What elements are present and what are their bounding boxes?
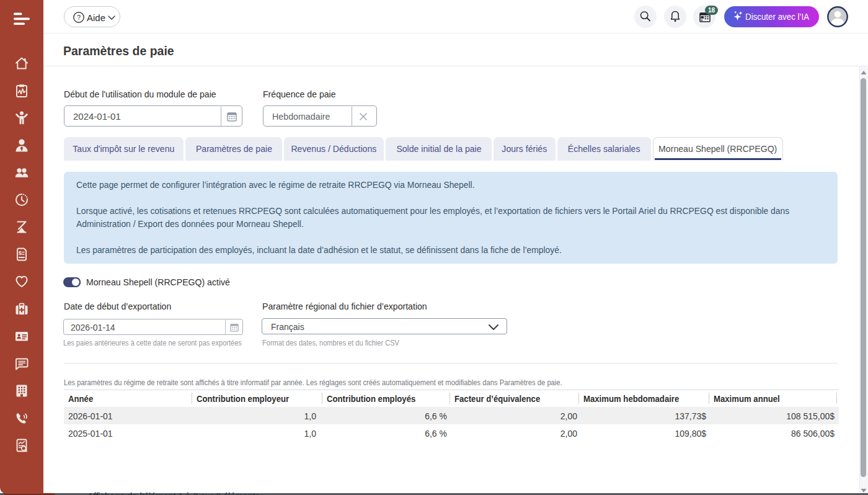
- svg-text:$: $: [19, 249, 22, 256]
- svg-text:?: ?: [77, 14, 81, 21]
